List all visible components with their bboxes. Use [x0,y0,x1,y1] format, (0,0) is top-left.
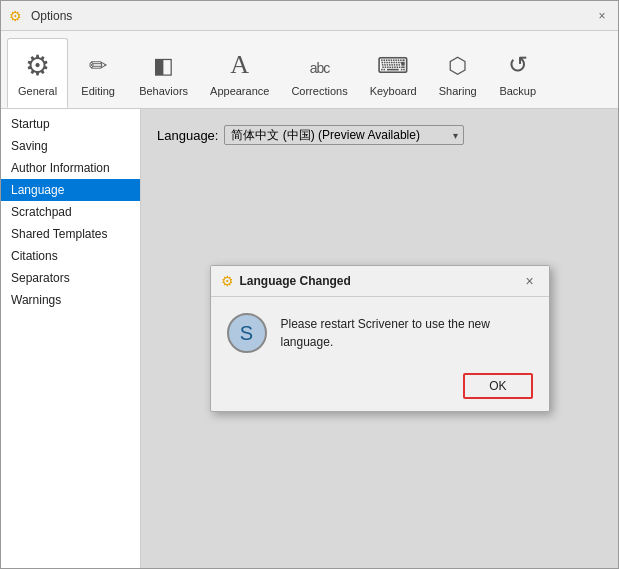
dialog-body: S Please restart Scrivener to use the ne… [211,297,549,365]
tab-backup[interactable]: Backup [488,38,548,108]
logo-letter: S [240,322,253,345]
sidebar-item-separators[interactable]: Separators [1,267,140,289]
tab-keyboard[interactable]: Keyboard [359,38,428,108]
sidebar: Startup Saving Author Information Langua… [1,109,141,568]
sidebar-item-startup[interactable]: Startup [1,113,140,135]
scrivener-logo: S [227,313,267,353]
tab-general-label: General [18,85,57,97]
tab-corrections-label: Corrections [291,85,347,97]
title-bar: ⚙ Options × [1,1,618,31]
sidebar-item-saving[interactable]: Saving [1,135,140,157]
tab-appearance[interactable]: Appearance [199,38,280,108]
window-title: Options [31,9,594,23]
sidebar-item-citations[interactable]: Citations [1,245,140,267]
content-area: Language: 简体中文 (中国) (Preview Available) … [141,109,618,568]
gear-icon [20,47,56,83]
language-changed-dialog: ⚙ Language Changed × S Please restart Sc… [210,265,550,412]
tab-sharing-label: Sharing [439,85,477,97]
appearance-icon [222,47,258,83]
tab-editing[interactable]: Editing [68,38,128,108]
dialog-title-icon: ⚙ [221,273,234,289]
sidebar-item-scratchpad[interactable]: Scratchpad [1,201,140,223]
toolbar: General Editing Behaviors Appearance Cor… [1,31,618,109]
dialog-titlebar: ⚙ Language Changed × [211,266,549,297]
dialog-footer: OK [211,365,549,411]
sharing-icon [440,47,476,83]
tab-behaviors-label: Behaviors [139,85,188,97]
sidebar-item-author-information[interactable]: Author Information [1,157,140,179]
tab-backup-label: Backup [499,85,536,97]
dialog-close-button[interactable]: × [521,272,539,290]
edit-icon [80,47,116,83]
sidebar-item-shared-templates[interactable]: Shared Templates [1,223,140,245]
dialog-message: Please restart Scrivener to use the new … [281,315,533,351]
backup-icon [500,47,536,83]
dialog-title-text: Language Changed [240,274,351,288]
corrections-icon [302,47,338,83]
tab-keyboard-label: Keyboard [370,85,417,97]
options-window: ⚙ Options × General Editing Behaviors Ap… [0,0,619,569]
sidebar-item-warnings[interactable]: Warnings [1,289,140,311]
behaviors-icon [146,47,182,83]
tab-behaviors[interactable]: Behaviors [128,38,199,108]
window-close-button[interactable]: × [594,8,610,24]
window-icon: ⚙ [9,8,25,24]
tab-general[interactable]: General [7,38,68,108]
tab-appearance-label: Appearance [210,85,269,97]
sidebar-item-language[interactable]: Language [1,179,140,201]
tab-corrections[interactable]: Corrections [280,38,358,108]
dialog-overlay: ⚙ Language Changed × S Please restart Sc… [141,109,618,568]
ok-button[interactable]: OK [463,373,532,399]
tab-sharing[interactable]: Sharing [428,38,488,108]
keyboard-icon [375,47,411,83]
dialog-titlebar-left: ⚙ Language Changed [221,273,351,289]
tab-editing-label: Editing [81,85,115,97]
main-content: Startup Saving Author Information Langua… [1,109,618,568]
